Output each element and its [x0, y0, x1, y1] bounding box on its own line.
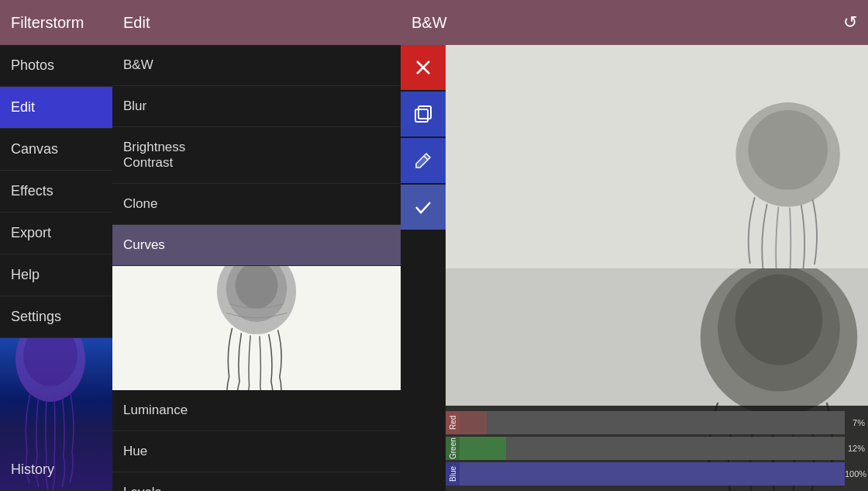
blue-channel-row: Blue 100%	[446, 462, 868, 486]
confirm-button[interactable]	[401, 185, 446, 230]
copy-button[interactable]	[401, 92, 446, 137]
sidebar-item-canvas[interactable]: Canvas	[0, 129, 112, 171]
blue-channel-label: Blue	[446, 462, 460, 486]
edit-panel: Edit B&W Blur Brightness Contrast Clone …	[112, 0, 401, 491]
right-image-bottom: Red 7% Green 12%	[446, 268, 868, 492]
blue-channel-fill	[460, 462, 845, 486]
channel-bars: Red 7% Green 12%	[446, 406, 868, 491]
sidebar-item-effects[interactable]: Effects	[0, 171, 112, 213]
edit-button[interactable]	[401, 138, 446, 183]
tool-buttons	[401, 45, 446, 231]
close-button[interactable]	[401, 45, 446, 90]
edit-item-list: B&W Blur Brightness Contrast Clone Curve…	[112, 45, 401, 491]
reset-icon[interactable]: ↺	[843, 12, 857, 33]
checkmark-icon	[412, 196, 434, 218]
blue-channel-track[interactable]	[460, 462, 845, 486]
edit-item-bw[interactable]: B&W	[112, 45, 401, 86]
right-image-content: Red 7% Green 12%	[401, 45, 868, 491]
green-channel-label: Green	[446, 437, 460, 460]
edit-item-clone[interactable]: Clone	[112, 184, 401, 225]
sidebar-item-edit[interactable]: Edit	[0, 87, 112, 129]
sidebar-item-help[interactable]: Help	[0, 254, 112, 296]
edit-panel-title: Edit	[112, 0, 401, 45]
close-icon	[412, 57, 434, 78]
blue-channel-percent: 100%	[845, 469, 868, 479]
svg-point-14	[735, 274, 823, 365]
svg-rect-8	[418, 106, 431, 119]
bw-panel-title: B&W	[412, 14, 447, 32]
sidebar-item-export[interactable]: Export	[0, 213, 112, 254]
right-image-top	[446, 45, 868, 268]
green-channel-fill	[460, 437, 506, 460]
sidebar-item-photos[interactable]: Photos	[0, 45, 112, 87]
red-channel-label: Red	[446, 411, 460, 434]
edit-item-blur[interactable]: Blur	[112, 86, 401, 127]
edit-item-brightness-contrast[interactable]: Brightness Contrast	[112, 127, 401, 184]
edit-item-hue[interactable]: Hue	[112, 431, 401, 472]
sidebar-item-settings[interactable]: Settings	[0, 296, 112, 338]
green-channel-percent: 12%	[845, 444, 868, 453]
edit-item-curves[interactable]: Curves	[112, 225, 401, 266]
left-nav-panel: Filterstorm Photos Edit Canvas Effects E…	[0, 0, 112, 491]
edit-item-levels[interactable]: Levels	[112, 472, 401, 491]
copy-icon	[412, 103, 434, 125]
bw-panel: B&W ↺	[401, 0, 868, 491]
pen-icon	[412, 150, 434, 171]
green-channel-track[interactable]	[460, 437, 845, 460]
bw-panel-header: B&W ↺	[401, 0, 868, 45]
jellyfish-right-top-svg	[651, 98, 868, 268]
app-title: Filterstorm	[0, 0, 112, 45]
app-title-text: Filterstorm	[11, 14, 84, 32]
red-channel-fill	[460, 411, 487, 434]
svg-rect-7	[415, 109, 428, 122]
middle-image-preview	[112, 266, 401, 390]
svg-point-11	[748, 109, 828, 189]
red-channel-track[interactable]	[460, 411, 845, 434]
red-channel-row: Red 7%	[446, 411, 868, 434]
jellyfish-middle-svg	[195, 266, 319, 390]
sidebar-item-history[interactable]: History	[0, 449, 112, 491]
edit-item-luminance[interactable]: Luminance	[112, 390, 401, 431]
green-channel-row: Green 12%	[446, 437, 868, 460]
red-channel-percent: 7%	[845, 418, 868, 427]
